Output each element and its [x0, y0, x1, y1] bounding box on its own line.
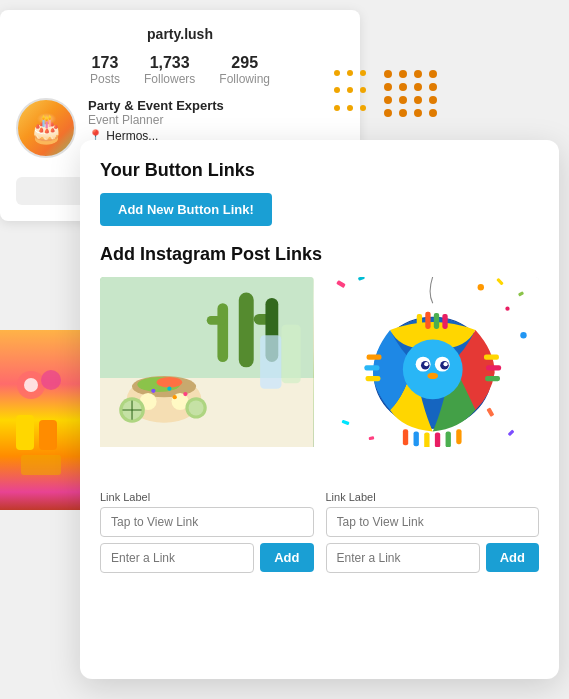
- svg-rect-54: [416, 314, 421, 330]
- dot: [414, 70, 422, 78]
- following-count: 295: [231, 54, 258, 72]
- dot: [399, 83, 407, 91]
- dot: [384, 83, 392, 91]
- post1-add-button[interactable]: Add: [260, 543, 313, 572]
- svg-point-51: [424, 362, 428, 366]
- followers-count: 1,733: [150, 54, 190, 72]
- svg-rect-3: [39, 420, 57, 450]
- dot: [334, 87, 340, 93]
- dot: [429, 83, 437, 91]
- dot: [384, 70, 392, 78]
- svg-rect-64: [402, 429, 407, 445]
- profile-name: Party & Event Experts: [88, 98, 344, 113]
- taco-svg: [100, 277, 314, 447]
- dot: [334, 70, 340, 76]
- svg-rect-56: [433, 313, 438, 329]
- svg-rect-55: [425, 312, 430, 329]
- dot: [347, 105, 353, 111]
- dot: [347, 87, 353, 93]
- section1-title: Your Button Links: [100, 160, 539, 181]
- following-label: Following: [219, 72, 270, 86]
- dot: [414, 96, 422, 104]
- posts-label: Posts: [90, 72, 120, 86]
- svg-rect-62: [364, 365, 379, 370]
- dot: [347, 70, 353, 76]
- svg-rect-65: [413, 431, 418, 446]
- svg-point-53: [427, 373, 438, 379]
- dot: [334, 105, 340, 111]
- post1-enter-input[interactable]: [100, 543, 254, 573]
- ig-stat-following: 295 Following: [219, 54, 270, 86]
- main-modal: Your Button Links Add New Button Link! A…: [80, 140, 559, 679]
- dots-decoration: [334, 70, 439, 117]
- post-thumbnail-1: [100, 277, 314, 491]
- ig-stat-posts: 173 Posts: [90, 54, 120, 86]
- dot: [384, 109, 392, 117]
- small-dots-grid: [334, 70, 368, 117]
- posts-count: 173: [92, 54, 119, 72]
- post2-add-button[interactable]: Add: [486, 543, 539, 572]
- followers-label: Followers: [144, 72, 195, 86]
- dot: [360, 70, 366, 76]
- pinata-image: [326, 277, 540, 447]
- add-button-link-button[interactable]: Add New Button Link!: [100, 193, 272, 226]
- post1-tap-input[interactable]: [100, 507, 314, 537]
- svg-point-16: [157, 377, 183, 388]
- svg-rect-60: [485, 376, 500, 381]
- dot: [360, 105, 366, 111]
- svg-rect-58: [483, 355, 498, 360]
- post1-link-row: Add: [100, 543, 314, 573]
- svg-point-27: [183, 392, 187, 396]
- svg-rect-68: [445, 431, 450, 447]
- svg-point-41: [505, 306, 509, 310]
- taco-image: [100, 277, 314, 447]
- post-column-1: Link Label Add: [100, 277, 314, 573]
- dot: [399, 109, 407, 117]
- dot: [399, 96, 407, 104]
- svg-point-42: [520, 332, 526, 338]
- svg-rect-59: [486, 365, 501, 370]
- ig-stats: 173 Posts 1,733 Followers 295 Following: [16, 54, 344, 86]
- svg-rect-61: [366, 355, 381, 360]
- post2-link-row: Add: [326, 543, 540, 573]
- avatar: 🎂: [16, 98, 76, 158]
- ig-stat-followers: 1,733 Followers: [144, 54, 195, 86]
- dot: [429, 96, 437, 104]
- svg-point-29: [167, 387, 171, 391]
- svg-rect-10: [217, 303, 228, 362]
- ig-username: party.lush: [16, 26, 344, 42]
- profile-category: Event Planner: [88, 113, 344, 127]
- svg-rect-11: [207, 316, 226, 325]
- dot: [414, 109, 422, 117]
- post2-enter-input[interactable]: [326, 543, 480, 573]
- svg-point-46: [402, 340, 462, 400]
- svg-point-40: [477, 284, 483, 290]
- svg-rect-8: [239, 293, 254, 368]
- svg-point-52: [443, 362, 447, 366]
- svg-point-24: [189, 400, 204, 415]
- post-column-2: Link Label Add: [326, 277, 540, 573]
- post1-link-label: Link Label: [100, 491, 314, 503]
- left-post-image: [0, 330, 82, 510]
- dot: [429, 109, 437, 117]
- pinata-svg: [326, 277, 540, 447]
- svg-rect-25: [260, 335, 281, 388]
- post2-tap-input[interactable]: [326, 507, 540, 537]
- dot: [360, 87, 366, 93]
- svg-rect-63: [365, 376, 380, 381]
- svg-rect-67: [434, 432, 439, 447]
- svg-rect-5: [21, 455, 61, 475]
- post2-link-label: Link Label: [326, 491, 540, 503]
- svg-rect-69: [456, 429, 461, 444]
- left-post-svg: [11, 360, 71, 480]
- svg-point-28: [151, 389, 155, 393]
- dot: [429, 70, 437, 78]
- dot: [384, 96, 392, 104]
- posts-grid: Link Label Add: [100, 277, 539, 573]
- left-posts-strip: [0, 330, 82, 699]
- svg-rect-66: [424, 432, 429, 447]
- svg-point-30: [173, 395, 177, 399]
- svg-point-4: [41, 370, 61, 390]
- svg-rect-26: [281, 325, 300, 384]
- svg-rect-57: [442, 314, 447, 329]
